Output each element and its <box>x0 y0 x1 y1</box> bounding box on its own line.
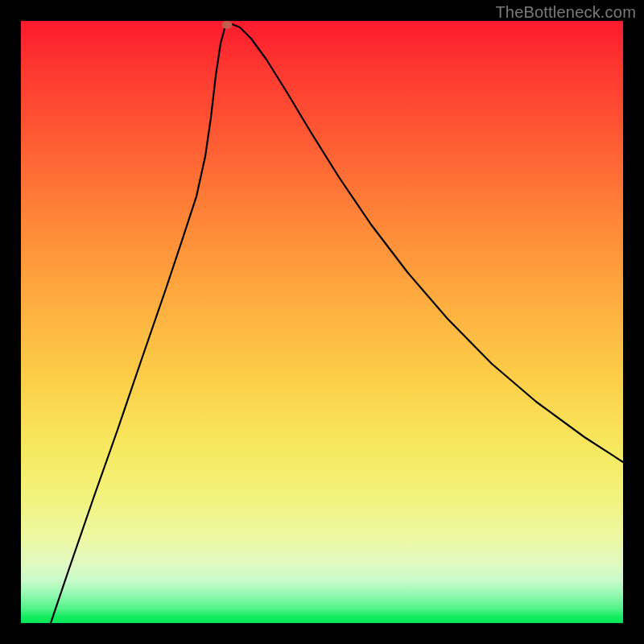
chart-frame: TheBottleneck.com <box>0 0 644 644</box>
watermark-text: TheBottleneck.com <box>495 3 636 22</box>
plot-area <box>21 21 623 623</box>
current-config-marker <box>222 21 233 29</box>
bottleneck-curve <box>21 21 623 623</box>
